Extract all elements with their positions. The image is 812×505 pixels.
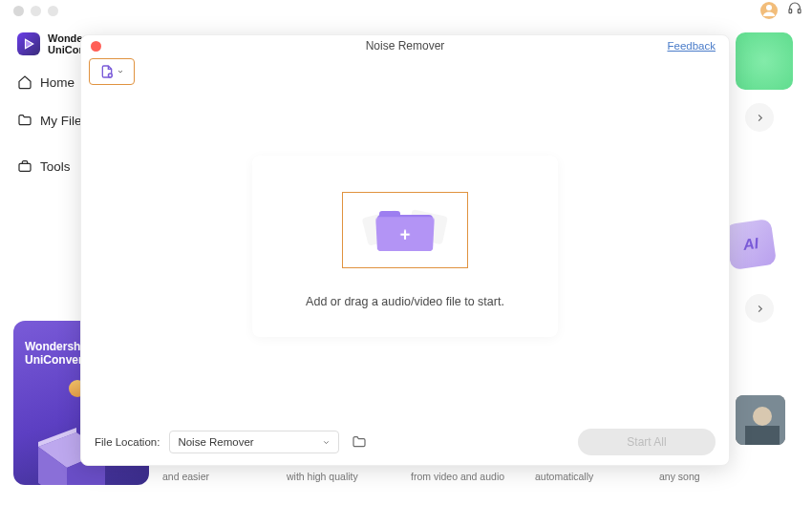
caption-5: any song [659, 471, 783, 482]
app-logo-icon [17, 32, 40, 55]
toolbox-icon [17, 158, 32, 174]
sidebar-label-myfile: My File [40, 114, 82, 128]
svg-rect-11 [745, 426, 780, 445]
ai-icon-label: AI [742, 235, 759, 254]
svg-rect-2 [798, 10, 801, 13]
topbar-right [760, 0, 802, 21]
svg-marker-3 [26, 39, 33, 48]
user-avatar-icon[interactable] [760, 2, 778, 19]
feedback-link[interactable]: Feedback [667, 40, 716, 52]
caption-4: automatically [535, 471, 659, 482]
traffic-light-max[interactable] [48, 6, 58, 16]
traffic-light-close[interactable] [13, 6, 24, 16]
dropzone-text: Add or drag a audio/video file to start. [306, 295, 504, 308]
svg-point-10 [753, 407, 772, 426]
file-location-label: File Location: [95, 436, 160, 448]
modal-title: Noise Remover [81, 39, 729, 53]
folder-icon [17, 113, 32, 128]
sidebar-label-home: Home [40, 75, 75, 90]
traffic-light-min[interactable] [31, 6, 41, 16]
carousel-next-1[interactable] [745, 103, 774, 132]
add-document-icon [99, 64, 115, 79]
dropzone-area: + Add or drag a audio/video file to star… [81, 87, 729, 337]
modal-footer: File Location: Noise Remover Start All [95, 429, 716, 455]
drop-frame: + [342, 192, 468, 268]
caption-2: with high quality [287, 471, 411, 482]
carousel-next-2[interactable] [745, 294, 774, 323]
svg-rect-1 [789, 10, 792, 13]
chevron-down-icon [117, 68, 124, 75]
support-headset-icon[interactable] [787, 1, 802, 20]
window-titlebar [0, 0, 812, 21]
dropzone[interactable]: + Add or drag a audio/video file to star… [252, 156, 558, 337]
bg-tile-ai: AI [725, 219, 777, 270]
caption-1: and easier [162, 471, 287, 482]
caption-3: from video and audio [411, 471, 535, 482]
add-file-button[interactable] [89, 58, 135, 85]
open-folder-button[interactable] [349, 431, 370, 452]
bg-tile-green [736, 32, 793, 90]
modal-toolbar [81, 56, 729, 87]
file-location-value: Noise Remover [178, 436, 253, 448]
svg-point-0 [766, 5, 772, 11]
start-all-label: Start All [627, 435, 666, 449]
sidebar-label-tools: Tools [40, 159, 71, 174]
start-all-button: Start All [578, 429, 716, 455]
bg-captions: and easier with high quality from video … [162, 471, 783, 482]
folder-add-icon: + [377, 209, 433, 251]
noise-remover-modal: Noise Remover Feedback + [80, 34, 730, 466]
file-location-select[interactable]: Noise Remover [169, 431, 339, 453]
chevron-down-icon [322, 438, 331, 447]
bg-tile-thumb [736, 395, 785, 445]
svg-rect-4 [19, 163, 31, 171]
home-icon [17, 74, 32, 90]
modal-header: Noise Remover Feedback [81, 35, 729, 56]
